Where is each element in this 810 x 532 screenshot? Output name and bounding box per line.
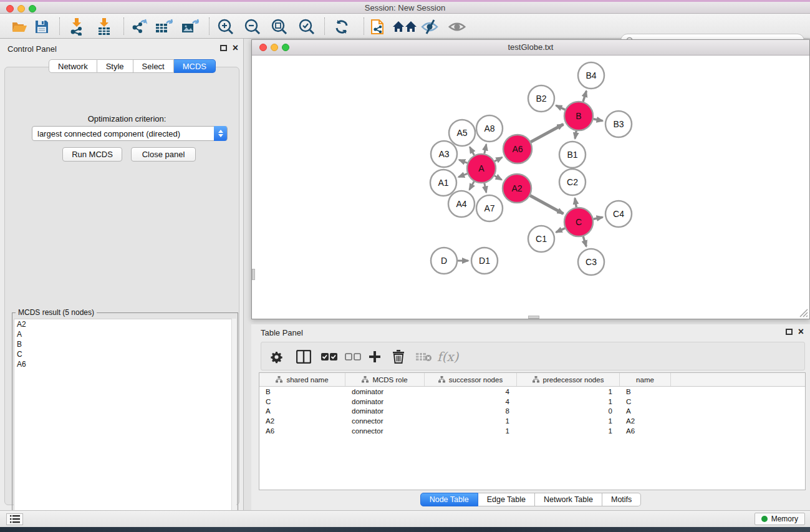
edge-B-B1[interactable] (575, 131, 576, 139)
zoom-fit-icon[interactable] (270, 17, 289, 36)
table-cell[interactable]: 1 (425, 417, 517, 425)
table-row[interactable]: Bdominator41B (259, 387, 805, 397)
result-scrollbar[interactable] (231, 319, 236, 525)
settings-gear-icon[interactable] (270, 348, 283, 365)
column-header-shared-name[interactable]: shared name (259, 373, 345, 386)
table-cell[interactable]: connector (345, 427, 425, 435)
graph-node-B4[interactable]: B4 (578, 62, 604, 89)
close-panel-icon[interactable]: × (233, 45, 238, 51)
graph-node-A1[interactable]: A1 (430, 170, 456, 196)
graph-node-C2[interactable]: C2 (559, 169, 586, 195)
table-cell[interactable]: C (620, 398, 671, 405)
column-header-successor-nodes[interactable]: successor nodes (425, 373, 517, 386)
graph-node-A[interactable]: A (467, 154, 496, 183)
edge-A-A3[interactable] (459, 160, 467, 163)
tab-edge-table[interactable]: Edge Table (478, 493, 535, 506)
close-panel-button[interactable]: Close panel (131, 147, 196, 162)
edge-C-C2[interactable] (575, 198, 576, 208)
mcds-result-item[interactable]: A2 (14, 319, 232, 329)
new-network-from-file-icon[interactable] (369, 17, 388, 36)
graph-node-D1[interactable]: D1 (471, 248, 498, 274)
table-row[interactable]: A6connector11A6 (259, 426, 805, 436)
edge-A-A7[interactable] (485, 183, 486, 193)
split-columns-icon[interactable] (296, 348, 311, 365)
add-column-icon[interactable] (369, 348, 381, 365)
table-cell[interactable]: 1 (425, 427, 517, 435)
function-builder-icon[interactable]: f(x) (437, 348, 458, 365)
network-canvas[interactable]: B4B2BB3A8A5A6A3B1AC2A1A2A4A7C4CC1DC3D1 (252, 56, 809, 319)
criterion-select[interactable]: largest connected component (directed) (32, 126, 228, 141)
edge-A-A2[interactable] (494, 176, 502, 180)
delete-table-icon[interactable] (416, 348, 432, 365)
node-table[interactable]: shared nameMCDS rolesuccessor nodesprede… (259, 372, 806, 490)
table-cell[interactable]: A6 (259, 427, 345, 435)
tab-mcds[interactable]: MCDS (174, 59, 216, 73)
network-window-titlebar[interactable]: testGlobe.txt (252, 40, 809, 56)
graph-node-A8[interactable]: A8 (476, 115, 503, 142)
splitter-handle-icon[interactable] (252, 269, 255, 280)
table-cell[interactable]: dominator (345, 388, 425, 395)
graph-node-C3[interactable]: C3 (578, 249, 604, 275)
edge-A2-C[interactable] (530, 195, 563, 213)
tab-network-table[interactable]: Network Table (535, 493, 602, 506)
table-cell[interactable]: B (620, 388, 671, 395)
table-cell[interactable]: 4 (425, 398, 517, 405)
edge-B-B3[interactable] (594, 119, 603, 121)
edge-C-C4[interactable] (594, 217, 603, 219)
export-network-icon[interactable] (130, 17, 148, 36)
float-table-panel-icon[interactable] (786, 329, 793, 335)
table-cell[interactable]: 0 (517, 407, 620, 415)
graph-node-B[interactable]: B (564, 102, 593, 130)
table-row[interactable]: Adominator80A (259, 407, 805, 417)
task-history-button[interactable] (6, 513, 23, 525)
run-mcds-button[interactable]: Run MCDS (62, 147, 122, 162)
mcds-result-item[interactable]: A6 (14, 359, 232, 369)
zoom-in-icon[interactable] (216, 17, 235, 36)
hide-eye-icon[interactable] (420, 17, 439, 36)
graph-node-C1[interactable]: C1 (528, 226, 554, 252)
table-cell[interactable]: A (620, 407, 671, 415)
zoom-selected-icon[interactable] (297, 17, 316, 36)
table-cell[interactable]: 1 (517, 398, 620, 405)
mcds-result-item[interactable]: B (14, 339, 232, 349)
zoom-out-icon[interactable] (243, 17, 262, 36)
edge-A6-B[interactable] (531, 124, 563, 142)
table-cell[interactable]: 8 (425, 407, 517, 415)
refresh-layout-icon[interactable] (332, 17, 351, 36)
graph-node-A3[interactable]: A3 (431, 141, 457, 167)
memory-button[interactable]: Memory (755, 513, 805, 525)
table-cell[interactable]: 4 (425, 388, 517, 395)
table-cell[interactable]: A (259, 407, 345, 415)
table-row[interactable]: A2connector11A2 (259, 416, 805, 426)
graph-node-D[interactable]: D (431, 248, 457, 274)
table-cell[interactable]: 1 (517, 388, 620, 395)
table-cell[interactable]: A2 (259, 417, 345, 425)
float-panel-icon[interactable] (220, 45, 227, 51)
deselect-all-checkboxes-icon[interactable] (345, 348, 361, 365)
table-cell[interactable]: A6 (620, 427, 671, 435)
table-cell[interactable]: 1 (517, 417, 620, 425)
edge-C-C1[interactable] (556, 228, 565, 232)
edge-B-B4[interactable] (583, 91, 586, 102)
table-cell[interactable]: B (259, 388, 345, 395)
mcds-result-item[interactable]: A (14, 329, 232, 339)
close-table-panel-icon[interactable]: × (798, 329, 804, 335)
edge-A-A6[interactable] (494, 157, 502, 161)
tab-network[interactable]: Network (49, 59, 97, 73)
edge-A-A4[interactable] (470, 181, 475, 190)
edge-A-A1[interactable] (458, 173, 467, 177)
graph-node-A2[interactable]: A2 (503, 174, 531, 203)
table-cell[interactable]: C (259, 398, 345, 405)
tab-motifs[interactable]: Motifs (602, 493, 641, 506)
table-cell[interactable]: 1 (517, 427, 620, 435)
graph-node-A7[interactable]: A7 (476, 195, 503, 221)
import-table-icon[interactable] (95, 17, 113, 36)
export-image-icon[interactable] (181, 17, 200, 36)
edge-C-C3[interactable] (583, 236, 586, 246)
column-header-predecessor-nodes[interactable]: predecessor nodes (517, 373, 620, 386)
edge-B-B2[interactable] (556, 105, 566, 110)
table-cell[interactable]: dominator (345, 407, 425, 415)
tab-node-table[interactable]: Node Table (420, 493, 478, 506)
select-all-checkboxes-icon[interactable] (321, 348, 337, 365)
tab-select[interactable]: Select (133, 59, 174, 73)
